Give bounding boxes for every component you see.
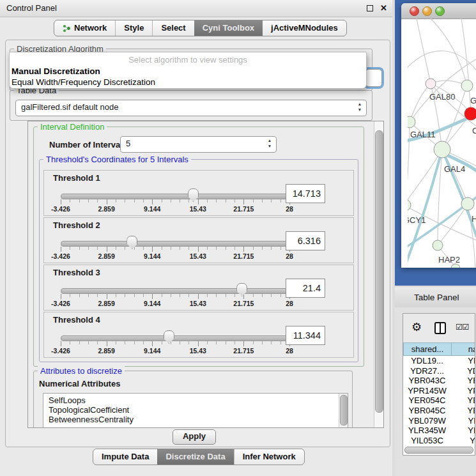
network-edge[interactable] [408, 150, 442, 205]
table-row[interactable]: YPR145WYPR1 [403, 386, 475, 396]
table-cell[interactable]: YBR0 [451, 406, 475, 416]
network-node[interactable] [408, 199, 411, 211]
attribute-item[interactable]: BetweennessCentrality [49, 415, 348, 424]
stepper-up-icon: ▲ [355, 101, 364, 107]
network-node[interactable] [426, 79, 436, 89]
column-header-name[interactable]: name [451, 342, 475, 356]
tab-style[interactable]: Style [115, 20, 152, 36]
table-cell[interactable]: YDL1 [451, 356, 475, 366]
column-header-shared-name[interactable]: shared... [403, 342, 451, 356]
table-row[interactable]: YDL19...YDL1 [403, 356, 475, 366]
table-row[interactable]: YLR345WYLR3 [403, 426, 475, 436]
threshold-value-field[interactable]: 14.713 [286, 184, 325, 203]
tab-jactivemnodules[interactable]: jActiveMNodules [263, 20, 346, 36]
table-row[interactable]: YER054CYER0 [403, 395, 475, 406]
close-icon[interactable]: ✕ [380, 0, 387, 17]
table-cell[interactable]: YIL053C [403, 436, 451, 446]
network-window-titlebar[interactable] [401, 3, 476, 19]
table-cell[interactable]: YDR2 [451, 366, 475, 376]
mac-minimize-icon[interactable] [422, 6, 432, 16]
vertical-scrollbar[interactable] [374, 121, 383, 427]
threshold-value-field[interactable]: 11.344 [286, 326, 325, 345]
network-node[interactable] [434, 141, 450, 158]
table-cell[interactable]: YBR045C [403, 406, 451, 416]
attribute-item[interactable]: TopologicalCoefficient [49, 405, 348, 415]
attribute-item[interactable]: SelfLoops [49, 395, 348, 405]
dropdown-option[interactable]: Manual Discretization [12, 66, 364, 77]
tick-mark [88, 247, 89, 250]
algorithm-combobox[interactable] [365, 69, 382, 87]
table-cell[interactable]: YER0 [451, 395, 475, 406]
network-node[interactable] [464, 107, 476, 120]
table-cell[interactable]: YDL19... [403, 356, 451, 366]
tab-network[interactable]: Network [54, 20, 115, 36]
stepper-icon[interactable]: ▲ ▼ [265, 137, 274, 149]
tab-infer-network[interactable]: Infer Network [234, 449, 304, 464]
tick-mark [253, 294, 254, 297]
network-canvas[interactable]: GAL80GAGAL11CGAL4GCY1HHAP2 [408, 19, 476, 268]
table-cell[interactable]: YBL0 [451, 416, 475, 426]
tick-mark [143, 199, 144, 203]
threshold-value-field[interactable]: 6.316 [286, 231, 325, 250]
threshold-value-field[interactable]: 21.4 [286, 279, 325, 298]
slider-track[interactable] [61, 241, 291, 247]
stepper-icon[interactable]: ▲ ▼ [355, 101, 364, 112]
table-cell[interactable]: YPR145W [403, 386, 451, 396]
network-edge[interactable] [408, 122, 410, 205]
slider-track[interactable] [61, 335, 291, 341]
table-row[interactable]: YBL079WYBL0 [403, 416, 475, 426]
table-row[interactable]: YDR27...YDR2 [403, 366, 475, 376]
network-node[interactable] [461, 80, 473, 91]
network-edge[interactable] [417, 19, 431, 84]
tick-label: 15.43 [190, 205, 206, 213]
network-node[interactable] [433, 240, 443, 250]
network-edge[interactable] [461, 19, 471, 114]
gear-icon[interactable]: ⚙ [411, 320, 422, 334]
table-cell[interactable]: YLR3 [451, 426, 475, 436]
slider-track[interactable] [61, 194, 291, 199]
table-cell[interactable]: YIL0 [451, 436, 475, 446]
horizontal-scrollbar[interactable] [404, 447, 473, 454]
tick-label: 15.43 [190, 252, 206, 260]
table-row[interactable]: YIL053CYIL0 [403, 436, 475, 446]
table-row[interactable]: YBR045CYBR0 [403, 406, 475, 416]
mac-zoom-icon[interactable] [435, 6, 445, 16]
tick-mark [61, 199, 61, 204]
list-scrollbar[interactable] [339, 394, 348, 428]
select-columns-icons[interactable]: ☑☑ [456, 322, 468, 332]
tick-label: 28 [286, 347, 293, 355]
stepper-down-icon: ▼ [265, 143, 274, 149]
tab-label: Discretize Data [165, 449, 225, 464]
tab-select[interactable]: Select [152, 20, 194, 36]
table-cell[interactable]: YLR345W [403, 426, 451, 436]
table-row[interactable]: YBR043CYBR0 [403, 376, 475, 386]
column-layout-icon[interactable] [434, 322, 446, 334]
table-cell[interactable]: YPR1 [451, 386, 475, 396]
tab-cyni-toolbox[interactable]: Cyni Toolbox [194, 20, 263, 36]
tick-mark [88, 341, 89, 344]
network-node[interactable] [461, 197, 474, 210]
dropdown-option[interactable]: Equal Width/Frequency Discretization [12, 77, 364, 88]
mac-close-icon[interactable] [410, 6, 419, 16]
table-cell[interactable]: YBR043C [403, 376, 451, 386]
settings-scroll-viewport: Interval Definition Number of Intervals … [27, 121, 384, 428]
tab-discretize-data[interactable]: Discretize Data [157, 449, 233, 464]
numerical-attributes-list[interactable]: SelfLoopsTopologicalCoefficientBetweenne… [43, 393, 348, 428]
tick-mark [207, 247, 208, 250]
table-cell[interactable]: YBL079W [403, 416, 451, 426]
network-edge[interactable] [431, 19, 467, 86]
apply-button[interactable]: Apply [173, 429, 216, 445]
slider-track[interactable] [61, 288, 291, 294]
number-of-intervals-spinner[interactable]: 5 ▲ ▼ [120, 136, 277, 153]
float-window-icon[interactable] [367, 5, 373, 12]
tab-impute-data[interactable]: Impute Data [93, 449, 157, 464]
table-cell[interactable]: YDR27... [403, 366, 451, 376]
table-cell[interactable]: YER054C [403, 395, 451, 406]
table-data-combobox[interactable]: galFiltered.sif default node ▲ ▼ [15, 100, 367, 116]
scrollbar-thumb[interactable] [375, 130, 383, 413]
scrollbar-thumb[interactable] [340, 395, 348, 426]
node-label: GA [470, 96, 476, 105]
network-edge[interactable] [410, 84, 431, 122]
table-cell[interactable]: YBR0 [451, 376, 475, 386]
tick-label: -3.426 [51, 205, 70, 213]
